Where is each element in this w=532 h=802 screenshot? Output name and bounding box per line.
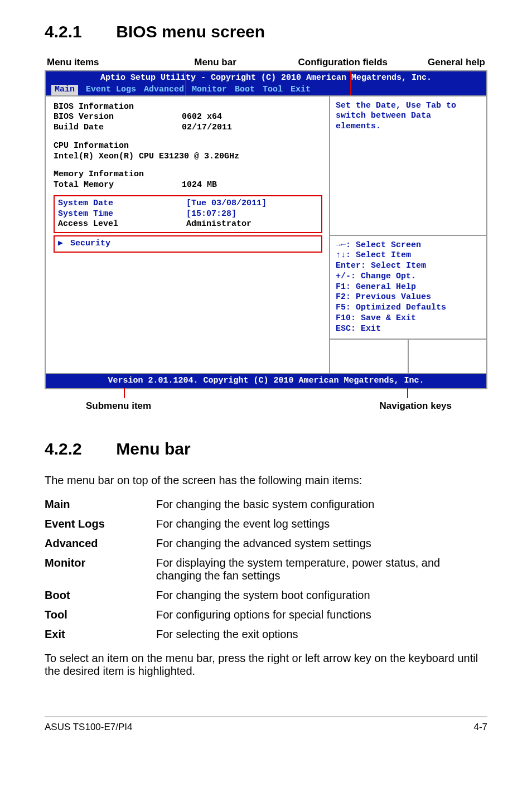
- menu-main[interactable]: Main: [51, 85, 78, 95]
- system-date-value: [Tue 03/08/2011]: [186, 199, 267, 209]
- nav-esc-exit: ESC: Exit: [336, 324, 481, 335]
- table-row: Tool For configuring options for special…: [45, 605, 487, 625]
- annotation-marker: [124, 388, 125, 398]
- nav-change-opt: +/-: Change Opt.: [336, 272, 481, 282]
- build-date-row: Build Date 02/17/2011: [54, 123, 322, 133]
- memory-info-heading: Memory Information: [54, 170, 322, 180]
- nav-select-screen: →←: Select Screen: [336, 240, 481, 251]
- help-line-2: switch between Data elements.: [336, 111, 481, 132]
- section-number: 4.2.1: [45, 22, 112, 41]
- annotation-marker: [185, 71, 186, 95]
- help-line-1: Set the Date, Use Tab to: [336, 101, 481, 112]
- context-help: Set the Date, Use Tab to switch between …: [330, 96, 486, 236]
- system-time-row[interactable]: System Time [15:07:28]: [58, 209, 318, 220]
- section-title: Menu bar: [116, 439, 190, 458]
- row-desc: For selecting the exit options: [156, 625, 487, 644]
- footer-model: ASUS TS100-E7/PI4: [45, 722, 133, 733]
- navigation-keys-panel: →←: Select Screen ↑↓: Select Item Enter:…: [330, 236, 486, 340]
- row-key: Monitor: [45, 553, 156, 586]
- access-level-value: Administrator: [186, 219, 252, 230]
- build-date-value: 02/17/2011: [182, 123, 232, 133]
- top-annotations: Menu items Menu bar Configuration fields…: [45, 57, 487, 68]
- bottom-annotations: Submenu item Navigation keys: [45, 400, 487, 412]
- bios-right-panel: Set the Date, Use Tab to switch between …: [330, 96, 486, 374]
- table-row: Boot For changing the system boot config…: [45, 586, 487, 605]
- bios-screenshot: Aptio Setup Utility - Copyright (C) 2010…: [45, 70, 487, 389]
- row-desc: For changing the basic system configurat…: [156, 495, 487, 514]
- section-number: 4.2.2: [45, 439, 112, 458]
- bios-menu-bar: Main Event Logs Advanced Monitor Boot To…: [51, 85, 481, 95]
- menu-boot[interactable]: Boot: [235, 85, 255, 95]
- row-desc: For displaying the system temperature, p…: [156, 553, 487, 586]
- total-memory-row: Total Memory 1024 MB: [54, 180, 322, 191]
- annot-general-help: General help: [428, 57, 485, 68]
- row-key: Advanced: [45, 534, 156, 553]
- highlighted-items-box: System Date [Tue 03/08/2011] System Time…: [54, 195, 322, 233]
- table-row: Advanced For changing the advanced syste…: [45, 534, 487, 553]
- menu-advanced[interactable]: Advanced: [144, 85, 184, 95]
- footer-divider: [45, 717, 487, 717]
- bios-header: Aptio Setup Utility - Copyright (C) 2010…: [46, 71, 486, 96]
- submenu-arrow-icon: ▶: [58, 239, 63, 248]
- total-memory-label: Total Memory: [54, 180, 182, 191]
- section-title: BIOS menu screen: [116, 22, 265, 41]
- annotation-marker: [407, 388, 408, 398]
- row-key: Main: [45, 495, 156, 514]
- row-key: Exit: [45, 625, 156, 644]
- menu-tool[interactable]: Tool: [263, 85, 283, 95]
- table-row: Exit For selecting the exit options: [45, 625, 487, 644]
- annot-submenu-item: Submenu item: [86, 400, 151, 412]
- row-desc: For changing the event log settings: [156, 514, 487, 534]
- row-desc: For configuring options for special func…: [156, 605, 487, 625]
- table-row: Main For changing the basic system confi…: [45, 495, 487, 514]
- annot-config-fields: Configuration fields: [298, 57, 388, 68]
- bios-info-heading: BIOS Information: [54, 102, 322, 113]
- bios-version-string: Version 2.01.1204. Copyright (C) 2010 Am…: [108, 376, 424, 385]
- heading-bios-menu-screen: 4.2.1 BIOS menu screen: [45, 22, 487, 41]
- menu-monitor[interactable]: Monitor: [192, 85, 227, 95]
- right-bottom-cells: [330, 340, 486, 373]
- security-submenu[interactable]: Security: [70, 239, 110, 248]
- access-level-row: Access Level Administrator: [58, 219, 318, 230]
- system-time-value: [15:07:28]: [186, 209, 236, 220]
- heading-menu-bar: 4.2.2 Menu bar: [45, 439, 487, 458]
- bios-title: Aptio Setup Utility - Copyright (C) 2010…: [51, 73, 481, 84]
- row-desc: For changing the advanced system setting…: [156, 534, 487, 553]
- cpu-info-heading: CPU Information: [54, 141, 322, 152]
- nav-select-item: ↑↓: Select Item: [336, 250, 481, 261]
- annot-navigation-keys: Navigation keys: [380, 400, 452, 412]
- access-level-label: Access Level: [58, 219, 186, 230]
- total-memory-value: 1024 MB: [182, 180, 217, 191]
- row-key: Event Logs: [45, 514, 156, 534]
- nav-general-help: F1: General Help: [336, 282, 481, 293]
- nav-optimized-defaults: F5: Optimized Defaults: [336, 303, 481, 313]
- annot-menu-items: Menu items: [47, 57, 99, 68]
- nav-previous-values: F2: Previous Values: [336, 292, 481, 303]
- row-key: Boot: [45, 586, 156, 605]
- page-footer: ASUS TS100-E7/PI4 4-7: [45, 722, 487, 733]
- table-row: Monitor For displaying the system temper…: [45, 553, 487, 586]
- row-key: Tool: [45, 605, 156, 625]
- menu-descriptions-table: Main For changing the basic system confi…: [45, 495, 487, 644]
- menu-exit[interactable]: Exit: [291, 85, 311, 95]
- closing-paragraph: To select an item on the menu bar, press…: [45, 652, 487, 678]
- bios-footer: Version 2.01.1204. Copyright (C) 2010 Am…: [46, 373, 486, 388]
- annotation-marker: [350, 71, 351, 95]
- system-date-row[interactable]: System Date [Tue 03/08/2011]: [58, 199, 318, 209]
- submenu-box: ▶ Security: [54, 235, 322, 253]
- bios-version-label: BIOS Version: [54, 112, 182, 123]
- intro-paragraph: The menu bar on top of the screen has th…: [45, 474, 487, 487]
- cpu-model: Intel(R) Xeon(R) CPU E31230 @ 3.20GHz: [54, 152, 322, 162]
- nav-enter: Enter: Select Item: [336, 261, 481, 272]
- row-desc: For changing the system boot configurati…: [156, 586, 487, 605]
- menu-event-logs[interactable]: Event Logs: [86, 85, 136, 95]
- build-date-label: Build Date: [54, 123, 182, 133]
- footer-page-number: 4-7: [473, 722, 487, 733]
- system-date-label: System Date: [58, 199, 186, 209]
- nav-save-exit: F10: Save & Exit: [336, 313, 481, 324]
- bios-body: BIOS Information BIOS Version 0602 x64 B…: [46, 96, 486, 374]
- bios-main-panel: BIOS Information BIOS Version 0602 x64 B…: [46, 96, 330, 374]
- bios-version-row: BIOS Version 0602 x64: [54, 112, 322, 123]
- bios-version-value: 0602 x64: [182, 112, 222, 123]
- table-row: Event Logs For changing the event log se…: [45, 514, 487, 534]
